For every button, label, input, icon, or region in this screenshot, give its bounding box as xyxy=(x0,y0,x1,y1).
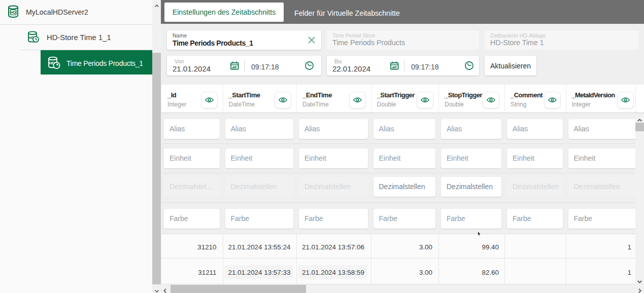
svg-text:HD: HD xyxy=(11,11,16,14)
